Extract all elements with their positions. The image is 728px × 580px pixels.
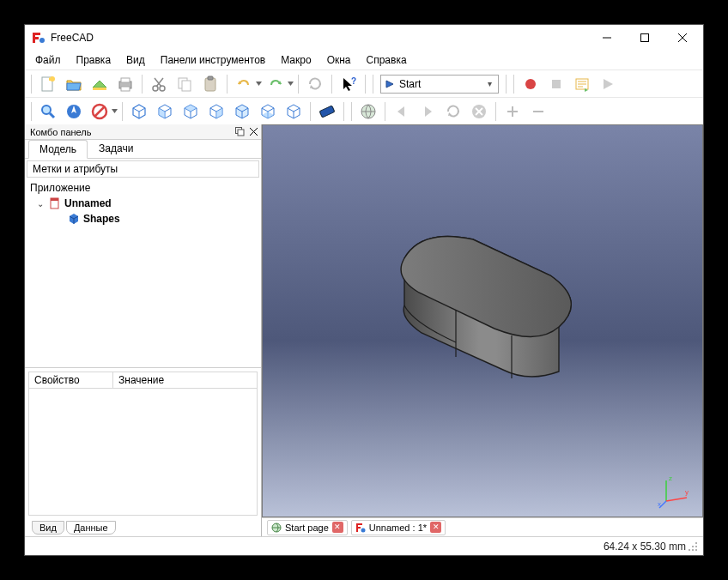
property-table[interactable]: Свойство Значение xyxy=(28,372,258,516)
open-document-button[interactable] xyxy=(62,72,86,96)
menu-view[interactable]: Вид xyxy=(119,52,152,68)
toolbar-separator xyxy=(31,75,32,94)
macro-play-button[interactable] xyxy=(596,72,620,96)
ruler-icon xyxy=(318,103,336,120)
redo-dropdown[interactable] xyxy=(287,82,294,86)
view-iso-button[interactable] xyxy=(127,100,151,124)
menu-file[interactable]: Файл xyxy=(28,52,68,68)
macro-stop-button[interactable] xyxy=(544,72,568,96)
property-tabs: Вид Данные xyxy=(25,519,261,536)
menu-macro[interactable]: Макро xyxy=(274,52,318,68)
web-forward-button[interactable] xyxy=(416,100,440,124)
prop-tab-view[interactable]: Вид xyxy=(32,521,64,535)
menu-windows[interactable]: Окна xyxy=(320,52,358,68)
view-rear-button[interactable] xyxy=(230,100,254,124)
svg-marker-37 xyxy=(604,79,613,89)
toggle-clip-button[interactable] xyxy=(88,100,112,124)
3d-viewport[interactable]: y z x xyxy=(262,124,703,517)
cut-button[interactable] xyxy=(147,72,171,96)
tab-tasks[interactable]: Задачи xyxy=(88,139,144,158)
svg-line-65 xyxy=(666,498,687,501)
fit-all-button[interactable] xyxy=(36,100,60,124)
print-button[interactable] xyxy=(113,72,137,96)
menu-edit[interactable]: Правка xyxy=(70,52,118,68)
property-view: Свойство Значение Вид Данные xyxy=(25,368,261,536)
zoom-out-button[interactable] xyxy=(526,100,550,124)
document-icon xyxy=(49,197,61,209)
arrow-right-icon xyxy=(385,78,397,90)
svg-point-80 xyxy=(695,549,697,551)
view-top-button[interactable] xyxy=(179,100,203,124)
tab-model[interactable]: Модель xyxy=(28,140,88,159)
panel-title-bar: Комбо панель xyxy=(25,124,261,140)
tab-label: Start page xyxy=(285,523,329,533)
save-button[interactable] xyxy=(88,72,112,96)
tab-close-button[interactable]: ✕ xyxy=(430,522,441,533)
arrow-right-icon xyxy=(420,104,435,119)
paste-icon xyxy=(202,76,219,93)
drawstyle-dropdown[interactable] xyxy=(111,109,118,113)
paste-button[interactable] xyxy=(198,72,222,96)
toolbar-separator xyxy=(506,75,507,94)
stop-icon xyxy=(549,77,563,91)
web-back-button[interactable] xyxy=(390,100,414,124)
view-right-button[interactable] xyxy=(204,100,228,124)
cube-left-icon xyxy=(285,103,302,120)
svg-rect-61 xyxy=(51,198,58,201)
workbench-selector[interactable]: Start ▾ xyxy=(380,75,499,94)
web-home-button[interactable] xyxy=(356,100,380,124)
undo-dropdown[interactable] xyxy=(255,82,262,86)
tree-document-node[interactable]: ⌄ Unnamed xyxy=(30,196,256,211)
cube-iso-icon xyxy=(130,103,148,120)
view-front-button[interactable] xyxy=(153,100,177,124)
tree-label: Shapes xyxy=(83,213,120,225)
svg-rect-73 xyxy=(356,527,361,529)
doc-tab-unnamed[interactable]: Unnamed : 1* ✕ xyxy=(351,520,446,535)
web-stop-button[interactable] xyxy=(467,100,491,124)
tree-shape-node[interactable]: Shapes xyxy=(30,211,256,227)
tab-close-button[interactable]: ✕ xyxy=(332,522,343,533)
tab-label: Unnamed : 1* xyxy=(369,523,427,533)
zoom-in-button[interactable] xyxy=(500,100,525,124)
redo-button[interactable] xyxy=(264,72,288,96)
menu-help[interactable]: Справка xyxy=(360,52,414,68)
expand-toggle-icon[interactable]: ⌄ xyxy=(35,199,46,208)
nav-style-button[interactable] xyxy=(62,100,86,124)
macro-record-button[interactable] xyxy=(519,72,543,96)
view-left-button[interactable] xyxy=(282,100,306,124)
toolbar-separator xyxy=(331,75,332,94)
svg-point-3 xyxy=(39,38,45,43)
stop-circle-icon xyxy=(470,103,488,120)
refresh-button[interactable] xyxy=(303,72,327,96)
menu-panels[interactable]: Панели инструментов xyxy=(154,52,272,68)
panel-close-button[interactable] xyxy=(247,126,259,138)
whats-this-button[interactable]: ? xyxy=(337,72,361,96)
resize-grip-icon[interactable] xyxy=(688,541,698,552)
window-close-button[interactable] xyxy=(664,26,701,50)
status-bar: 64.24 x 55.30 mm xyxy=(25,536,703,555)
window-minimize-button[interactable] xyxy=(588,26,626,50)
shape-icon xyxy=(68,213,80,225)
panel-float-button[interactable] xyxy=(234,126,246,138)
toolbar-separator xyxy=(142,75,143,94)
toolbar-separator xyxy=(227,75,228,94)
doc-tab-start[interactable]: Start page ✕ xyxy=(267,520,348,535)
cube-right-icon xyxy=(208,103,225,120)
macro-list-button[interactable] xyxy=(570,72,594,96)
measure-button[interactable] xyxy=(315,100,339,124)
close-icon xyxy=(250,128,258,136)
undo-button[interactable] xyxy=(232,72,256,96)
new-document-button[interactable] xyxy=(36,72,60,96)
tree-app-node[interactable]: Приложение xyxy=(30,180,256,196)
tree-view[interactable]: Метки и атрибуты Приложение ⌄ Unnamed Sh… xyxy=(25,159,261,368)
title-bar: FreeCAD xyxy=(25,25,703,51)
prop-col-value: Значение xyxy=(113,372,169,388)
prop-tab-data[interactable]: Данные xyxy=(66,521,116,535)
window-maximize-button[interactable] xyxy=(626,26,664,50)
view-bottom-button[interactable] xyxy=(256,100,280,124)
web-refresh-button[interactable] xyxy=(441,100,465,124)
svg-rect-31 xyxy=(552,80,561,88)
viewport-column: y z x Start page ✕ Unnamed : 1* ✕ xyxy=(262,124,703,536)
copy-button[interactable] xyxy=(173,72,197,96)
print-icon xyxy=(117,76,134,93)
